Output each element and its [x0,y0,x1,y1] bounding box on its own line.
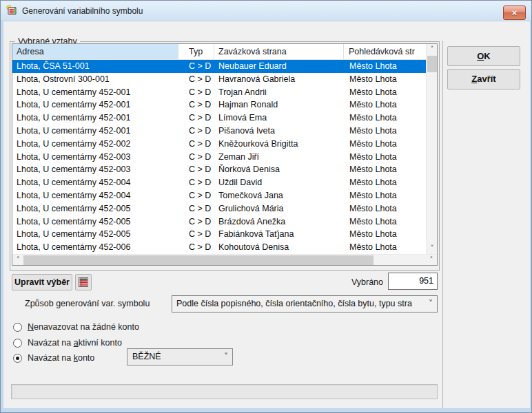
cell-type: C > D [178,228,214,241]
radio-label-text: Navázat na [28,353,74,363]
close-button-text: avřít [477,74,495,84]
cell-creditor: Město Lhota [344,125,426,138]
column-header-zavazkova[interactable]: Zavázková strana [214,44,344,59]
radio-active-account[interactable]: Navázat na aktivní konto [13,336,122,350]
close-button[interactable]: × [503,6,526,20]
table-row[interactable]: Lhota, U cementárny 452-001 C > D Pišano… [12,125,426,138]
radio-label: Navázat na aktivní konto [28,338,122,348]
cell-type: C > D [178,138,214,151]
generation-method-combobox[interactable]: Podle čísla popisného, čísla orientačníh… [172,295,438,313]
table-row[interactable]: Lhota, U cementárny 452-005 C > D Grulic… [12,202,426,215]
cell-creditor: Město Lhota [344,163,426,176]
radio-label-mnemonic: a [74,338,79,348]
grid-list-icon-button[interactable] [75,274,92,290]
radio-label: Nenavazovat na žádné konto [28,322,139,332]
radio-label-text: Navázat na [28,338,74,348]
column-header-pohledavkova[interactable]: Pohledávková str [344,44,426,59]
table-row[interactable]: Lhota, U cementárny 452-003 C > D Zeman … [12,151,426,164]
cell-address: Lhota, U cementárny 452-005 [12,228,178,241]
table-row[interactable]: Lhota, U cementárny 452-004 C > D Uždil … [12,176,426,189]
cell-debtor: Hajman Ronald [214,98,344,112]
scroll-left-icon[interactable]: ˂ [12,255,23,266]
cell-address: Lhota, U cementárny 452-004 [12,189,178,202]
edit-selection-button[interactable]: Upravit výběr [12,274,72,290]
cell-debtor: Brázdová Anežka [214,215,344,229]
horizontal-scrollbar-thumb[interactable] [23,255,374,265]
radio-label-mnemonic: N [28,322,34,332]
column-header-adresa[interactable]: Adresa [12,44,178,59]
cell-debtor: Límová Ema [214,112,344,125]
radio-label-text: onto [78,353,94,363]
generation-method-value: Podle čísla popisného, čísla orientačníh… [176,299,412,308]
table-row[interactable]: Lhota, U cementárny 452-001 C > D Hajman… [12,98,426,112]
vertical-divider [442,41,443,408]
table-row[interactable]: Lhota, U cementárny 452-004 C > D Tomečk… [12,189,426,202]
ok-button-mnemonic: O [477,51,484,61]
window-title: Generování variabilního symbolu [22,1,143,21]
scroll-right-icon[interactable]: ˃ [426,255,437,266]
scroll-up-icon[interactable]: ˄ [427,44,438,55]
cell-type: C > D [178,125,214,138]
table-header: Adresa Typ Zavázková strana Pohledávková… [12,44,426,60]
cell-debtor: Ňorková Denisa [214,163,344,176]
table-row[interactable]: Lhota, U cementárny 452-001 C > D Trojan… [12,86,426,99]
cell-creditor: Město Lhota [344,228,426,241]
relations-table: Adresa Typ Zavázková strana Pohledávková… [12,43,438,266]
radio-circle[interactable] [13,323,22,332]
cell-type: C > D [178,215,214,229]
vertical-scrollbar[interactable]: ˄ ˅ [426,44,437,254]
cell-creditor: Město Lhota [344,176,426,189]
table-row[interactable]: Lhota, Ostrovní 300-001 C > D Havranová … [12,73,426,86]
ok-button[interactable]: OK [447,46,520,66]
cell-debtor: Pišanová Iveta [214,125,344,138]
generation-method-label: Způsob generování var. symbolu [25,295,150,313]
close-dialog-button[interactable]: Zavřít [447,69,520,89]
cell-debtor: Fabiánková Taťjana [214,228,344,241]
title-bar[interactable]: Generování variabilního symbolu × [1,1,532,21]
table-row[interactable]: Lhota, U cementárny 452-001 C > D Límová… [12,112,426,125]
cell-creditor: Město Lhota [344,138,426,151]
cell-address: Lhota, U cementárny 452-001 [12,86,178,99]
radio-no-account[interactable]: Nenavazovat na žádné konto [13,320,139,334]
radio-label: Navázat na konto [28,353,94,363]
table-row[interactable]: Lhota, U cementárny 452-005 C > D Fabián… [12,228,426,241]
cell-type: C > D [178,202,214,215]
cell-creditor: Město Lhota [344,202,426,215]
progress-bar [11,384,438,399]
cell-creditor: Město Lhota [344,189,426,202]
cell-creditor: Město Lhota [344,98,426,112]
radio-circle[interactable] [13,339,22,348]
account-combobox[interactable]: BĚŽNÉ˅ [127,348,233,366]
cell-creditor: Město Lhota [344,215,426,229]
chevron-down-icon: ˅ [224,349,228,365]
cell-debtor: Tomečková Jana [214,189,344,202]
column-header-typ[interactable]: Typ [178,44,214,59]
cell-creditor: Město Lhota [344,112,426,125]
cell-type: C > D [178,241,214,254]
table-row[interactable]: Lhota, U cementárny 452-003 C > D Ňorkov… [12,163,426,176]
cell-creditor: Město Lhota [344,60,426,73]
table-row[interactable]: Lhota, U cementárny 452-005 C > D Brázdo… [12,215,426,229]
table-row[interactable]: Lhota, ČSA 51-001 C > D Neubauer Eduard … [12,60,426,73]
cell-debtor: Kohoutová Denisa [214,241,344,254]
radio-circle[interactable] [13,354,22,363]
app-icon [6,5,18,17]
cell-type: C > D [178,73,214,86]
radio-specific-account[interactable]: Navázat na konto [13,351,94,365]
cell-creditor: Město Lhota [344,86,426,99]
radio-label-text: enavazovat na žádné konto [34,322,139,332]
window-border-left [1,21,3,413]
ok-button-text: K [484,51,490,61]
cell-debtor: Neubauer Eduard [214,60,344,73]
cell-address: Lhota, U cementárny 452-001 [12,112,178,125]
scroll-down-icon[interactable]: ˅ [427,243,438,254]
selected-count-field: 951 [388,273,438,290]
table-row[interactable]: Lhota, U cementárny 452-002 C > D Kněžou… [12,138,426,151]
dialog-window: Generování variabilního symbolu × Vybran… [0,0,532,413]
cell-type: C > D [178,151,214,164]
chevron-down-icon: ˅ [429,296,433,312]
vertical-scrollbar-thumb[interactable] [427,56,437,72]
horizontal-scrollbar[interactable]: ˂ ˃ [12,254,437,265]
grid-list-icon [78,277,89,288]
table-row[interactable]: Lhota, U cementárny 452-006 C > D Kohout… [12,241,426,254]
